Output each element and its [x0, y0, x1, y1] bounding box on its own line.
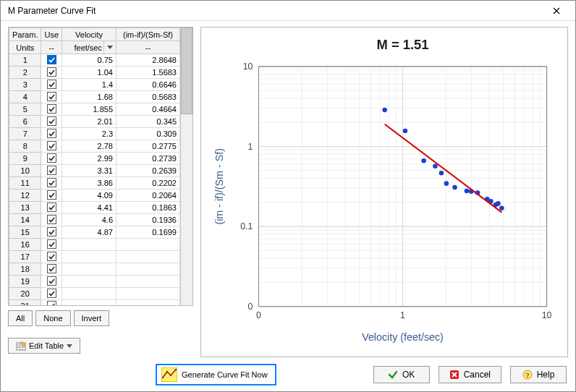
cancel-button[interactable]: Cancel [439, 366, 501, 383]
use-checkbox-cell[interactable] [41, 165, 62, 177]
use-checkbox-cell[interactable] [41, 91, 62, 103]
table-row[interactable]: 72.30.309 [9, 128, 180, 140]
ratio-cell[interactable] [117, 263, 180, 276]
use-checkbox-cell[interactable] [41, 177, 62, 189]
generate-curve-fit-button[interactable]: Generate Curve Fit Now [156, 364, 276, 385]
table-row[interactable]: 21.041.5683 [9, 67, 180, 79]
table-row[interactable]: 62.010.345 [9, 116, 180, 128]
use-checkbox-cell[interactable] [41, 239, 62, 251]
velocity-cell[interactable]: 3.86 [62, 177, 117, 189]
velocity-cell[interactable]: 0.75 [62, 54, 117, 67]
row-number[interactable]: 15 [9, 226, 41, 239]
none-button[interactable]: None [35, 310, 70, 326]
velocity-cell[interactable] [62, 300, 117, 307]
table-row[interactable]: 51.8550.4664 [9, 103, 180, 116]
table-row[interactable]: 144.60.1936 [9, 214, 180, 226]
ratio-cell[interactable]: 0.2739 [117, 153, 180, 165]
table-row[interactable]: 10.752.8648 [9, 54, 180, 67]
row-number[interactable]: 8 [9, 140, 41, 153]
scrollbar-thumb[interactable] [181, 27, 192, 114]
ratio-cell[interactable] [117, 300, 180, 307]
row-number[interactable]: 11 [9, 177, 41, 189]
row-number[interactable]: 16 [9, 239, 41, 251]
table-row[interactable]: 82.780.2775 [9, 140, 180, 153]
velocity-cell[interactable]: 3.31 [62, 165, 117, 177]
ok-button[interactable]: OK [373, 366, 430, 383]
row-number[interactable]: 6 [9, 116, 41, 128]
table-row[interactable]: 31.40.6646 [9, 79, 180, 91]
velocity-cell[interactable]: 2.01 [62, 116, 117, 128]
vertical-scrollbar[interactable] [180, 27, 192, 305]
row-number[interactable]: 5 [9, 103, 41, 116]
use-checkbox-cell[interactable] [41, 189, 62, 202]
velocity-cell[interactable]: 4.6 [62, 214, 117, 226]
ratio-cell[interactable]: 0.1699 [117, 226, 180, 239]
use-checkbox-cell[interactable] [41, 116, 62, 128]
table-row[interactable]: 20 [9, 288, 180, 300]
row-number[interactable]: 4 [9, 91, 41, 103]
use-checkbox-cell[interactable] [41, 67, 62, 79]
table-row[interactable]: 103.310.2639 [9, 165, 180, 177]
table-row[interactable]: 17 [9, 251, 180, 263]
all-button[interactable]: All [8, 310, 33, 326]
ratio-cell[interactable] [117, 276, 180, 288]
ratio-cell[interactable] [117, 251, 180, 263]
row-number[interactable]: 17 [9, 251, 41, 263]
use-checkbox-cell[interactable] [41, 79, 62, 91]
ratio-cell[interactable]: 0.309 [117, 128, 180, 140]
velocity-cell[interactable] [62, 288, 117, 300]
col-header-velocity[interactable]: Velocity [62, 28, 117, 41]
ratio-cell[interactable]: 2.8648 [117, 54, 180, 67]
help-button[interactable]: ? Help [510, 366, 567, 383]
ratio-cell[interactable] [117, 239, 180, 251]
velocity-cell[interactable] [62, 251, 117, 263]
row-number[interactable]: 10 [9, 165, 41, 177]
row-number[interactable]: 19 [9, 276, 41, 288]
velocity-cell[interactable]: 1.68 [62, 91, 117, 103]
row-number[interactable]: 3 [9, 79, 41, 91]
ratio-cell[interactable]: 0.2639 [117, 165, 180, 177]
table-row[interactable]: 16 [9, 239, 180, 251]
ratio-cell[interactable]: 0.1936 [117, 214, 180, 226]
use-checkbox-cell[interactable] [41, 140, 62, 153]
col-header-param[interactable]: Param. [9, 28, 41, 41]
ratio-cell[interactable]: 0.345 [117, 116, 180, 128]
col-header-ratio[interactable]: (im-if)/(Sm-Sf) [117, 28, 180, 41]
velocity-cell[interactable] [62, 239, 117, 251]
table-row[interactable]: 124.090.2064 [9, 189, 180, 202]
table-row[interactable]: 21 [9, 300, 180, 307]
ratio-cell[interactable]: 1.5683 [117, 67, 180, 79]
col-header-use[interactable]: Use [41, 28, 62, 41]
use-checkbox-cell[interactable] [41, 288, 62, 300]
ratio-cell[interactable]: 0.1863 [117, 202, 180, 214]
use-checkbox-cell[interactable] [41, 103, 62, 116]
use-checkbox-cell[interactable] [41, 214, 62, 226]
row-number[interactable]: 9 [9, 153, 41, 165]
ratio-cell[interactable]: 0.2775 [117, 140, 180, 153]
ratio-cell[interactable]: 0.2202 [117, 177, 180, 189]
units-label[interactable]: Units [9, 41, 41, 54]
use-checkbox-cell[interactable] [41, 263, 62, 276]
table-row[interactable]: 41.680.5683 [9, 91, 180, 103]
use-checkbox-cell[interactable] [41, 128, 62, 140]
velocity-cell[interactable] [62, 276, 117, 288]
velocity-cell[interactable] [62, 263, 117, 276]
use-checkbox-cell[interactable] [41, 276, 62, 288]
row-number[interactable]: 18 [9, 263, 41, 276]
row-number[interactable]: 14 [9, 214, 41, 226]
table-row[interactable]: 134.410.1863 [9, 202, 180, 214]
row-number[interactable]: 2 [9, 67, 41, 79]
table-row[interactable]: 113.860.2202 [9, 177, 180, 189]
close-button[interactable] [542, 2, 571, 20]
velocity-cell[interactable]: 1.4 [62, 79, 117, 91]
row-number[interactable]: 13 [9, 202, 41, 214]
velocity-units-dropdown[interactable] [104, 41, 117, 54]
velocity-cell[interactable]: 4.41 [62, 202, 117, 214]
table-row[interactable]: 92.990.2739 [9, 153, 180, 165]
use-checkbox-cell[interactable] [41, 300, 62, 307]
use-checkbox-cell[interactable] [41, 226, 62, 239]
table-row[interactable]: 154.870.1699 [9, 226, 180, 239]
ratio-cell[interactable]: 0.2064 [117, 189, 180, 202]
ratio-cell[interactable] [117, 288, 180, 300]
use-checkbox-cell[interactable] [41, 202, 62, 214]
